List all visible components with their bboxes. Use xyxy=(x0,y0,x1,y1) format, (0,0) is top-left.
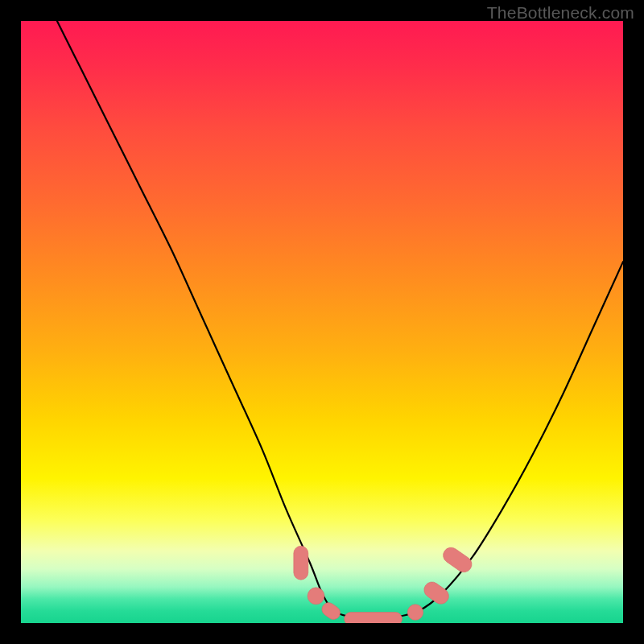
curve-marker-0 xyxy=(294,546,308,580)
chart-frame: TheBottleneck.com xyxy=(0,0,644,644)
bottleneck-curve xyxy=(57,21,623,617)
curve-marker-1 xyxy=(308,588,324,605)
watermark-text: TheBottleneck.com xyxy=(487,3,634,23)
curve-marker-5 xyxy=(421,579,452,607)
plot-area xyxy=(21,21,623,623)
curve-marker-4 xyxy=(407,605,423,620)
marker-layer xyxy=(294,544,475,623)
curve-marker-6 xyxy=(440,544,475,575)
curve-marker-2 xyxy=(320,600,343,621)
curve-marker-3 xyxy=(345,613,402,623)
chart-svg xyxy=(21,21,623,623)
